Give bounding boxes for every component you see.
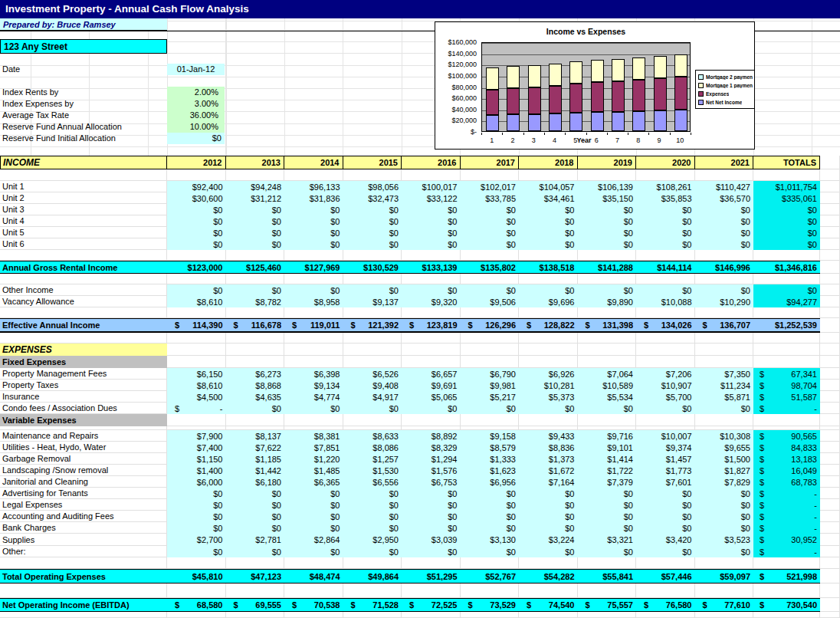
- cell[interactable]: $0: [226, 215, 285, 227]
- cell[interactable]: $0: [519, 546, 578, 557]
- year-header[interactable]: 2017: [461, 156, 520, 169]
- empty-cell[interactable]: [284, 274, 343, 284]
- cell[interactable]: $7,164: [519, 476, 578, 488]
- total-cell[interactable]: $335,061: [753, 192, 820, 204]
- cell[interactable]: $0: [461, 499, 520, 511]
- year-header[interactable]: 2012: [167, 156, 226, 169]
- total-cell[interactable]: $1,346,816: [753, 261, 820, 274]
- cell[interactable]: $0: [343, 522, 402, 534]
- edge-cell[interactable]: [820, 391, 840, 403]
- empty-cell[interactable]: [461, 333, 520, 344]
- cell[interactable]: $9,981: [461, 380, 520, 391]
- empty-cell[interactable]: [167, 250, 226, 261]
- cell[interactable]: $7,379: [578, 476, 637, 488]
- empty-cell[interactable]: [695, 333, 754, 344]
- row-label[interactable]: Landscaping /Snow removal: [0, 465, 167, 476]
- cell[interactable]: $116,678: [226, 318, 285, 333]
- empty-cell[interactable]: [753, 333, 820, 344]
- cell[interactable]: $6,657: [402, 368, 461, 380]
- edge-cell[interactable]: [820, 192, 840, 204]
- legend-item[interactable]: Net Net Income: [698, 98, 753, 107]
- edge-cell[interactable]: [820, 557, 840, 569]
- cell[interactable]: $1,442: [226, 465, 285, 476]
- cell[interactable]: $0: [402, 546, 461, 557]
- empty-cell[interactable]: [578, 333, 637, 344]
- cell[interactable]: $0: [519, 511, 578, 522]
- cell[interactable]: $3,321: [578, 534, 637, 546]
- edge-cell[interactable]: [820, 307, 840, 318]
- cell[interactable]: $114,390: [167, 318, 226, 333]
- cell[interactable]: $7,900: [167, 430, 226, 442]
- cell[interactable]: $10,281: [519, 380, 578, 391]
- cell[interactable]: $36,570: [695, 192, 754, 204]
- cell[interactable]: $35,150: [578, 192, 637, 204]
- edge-cell[interactable]: [820, 344, 840, 356]
- empty-cell[interactable]: [167, 612, 226, 618]
- empty-cell[interactable]: [636, 333, 695, 344]
- empty-cell[interactable]: [695, 356, 754, 368]
- cell[interactable]: $11,234: [695, 380, 754, 391]
- cell[interactable]: $0: [636, 403, 695, 414]
- empty-cell[interactable]: [753, 169, 820, 181]
- cell[interactable]: $55,841: [578, 569, 637, 583]
- empty-cell[interactable]: [695, 612, 754, 618]
- cell[interactable]: $5,217: [461, 391, 520, 403]
- cell[interactable]: $3,130: [461, 534, 520, 546]
- cell[interactable]: $71,528: [343, 598, 402, 612]
- total-cell[interactable]: $521,998: [753, 569, 820, 583]
- cell[interactable]: $0: [695, 204, 754, 215]
- empty-cell[interactable]: [284, 307, 343, 318]
- empty-cell[interactable]: [519, 250, 578, 261]
- empty-cell[interactable]: [167, 333, 226, 344]
- edge-cell[interactable]: [820, 476, 840, 488]
- cell[interactable]: $0: [402, 238, 461, 250]
- empty-cell[interactable]: [0, 583, 167, 598]
- cell[interactable]: $8,610: [167, 296, 226, 307]
- income-section-header[interactable]: INCOME: [0, 156, 167, 169]
- cell[interactable]: $0: [226, 499, 285, 511]
- cell[interactable]: $0: [695, 522, 754, 534]
- cell[interactable]: $31,212: [226, 192, 285, 204]
- cell[interactable]: $1,773: [636, 465, 695, 476]
- cell[interactable]: $7,064: [578, 368, 637, 380]
- cell[interactable]: $48,474: [284, 569, 343, 583]
- cell[interactable]: $0: [578, 522, 637, 534]
- cell[interactable]: $0: [578, 546, 637, 557]
- cell[interactable]: $2,781: [226, 534, 285, 546]
- cell[interactable]: $9,506: [461, 296, 520, 307]
- empty-cell[interactable]: [753, 344, 820, 356]
- empty-cell[interactable]: [167, 583, 226, 598]
- cell[interactable]: $8,610: [167, 380, 226, 391]
- edge-cell[interactable]: [820, 181, 840, 192]
- empty-cell[interactable]: [167, 274, 226, 284]
- cell[interactable]: $2,864: [284, 534, 343, 546]
- year-header[interactable]: 2013: [226, 156, 285, 169]
- total-cell[interactable]: $0: [753, 238, 820, 250]
- cell[interactable]: $0: [519, 227, 578, 238]
- empty-cell[interactable]: [343, 169, 402, 181]
- empty-cell[interactable]: [519, 169, 578, 181]
- cell[interactable]: $0: [461, 215, 520, 227]
- empty-cell[interactable]: [284, 250, 343, 261]
- row-label[interactable]: Effective Annual Income: [0, 318, 167, 333]
- cell[interactable]: $0: [226, 403, 285, 414]
- row-label[interactable]: Unit 4: [0, 215, 167, 227]
- total-cell[interactable]: $1,011,754: [753, 181, 820, 192]
- cell[interactable]: $125,460: [226, 261, 285, 274]
- empty-cell[interactable]: [402, 356, 461, 368]
- edge-cell[interactable]: [820, 204, 840, 215]
- empty-cell[interactable]: [226, 356, 285, 368]
- cell[interactable]: $2,700: [167, 534, 226, 546]
- edge-cell[interactable]: [820, 465, 840, 476]
- edge-cell[interactable]: [820, 380, 840, 391]
- edge-cell[interactable]: [820, 488, 840, 499]
- total-cell[interactable]: $0: [753, 284, 820, 296]
- cell[interactable]: $0: [343, 238, 402, 250]
- row-label[interactable]: Other:: [0, 546, 167, 557]
- cell[interactable]: $146,996: [695, 261, 754, 274]
- cell[interactable]: $0: [695, 488, 754, 499]
- empty-cell[interactable]: [636, 344, 695, 356]
- cell[interactable]: $5,373: [519, 391, 578, 403]
- cell[interactable]: $0: [519, 284, 578, 296]
- cell[interactable]: $6,150: [167, 368, 226, 380]
